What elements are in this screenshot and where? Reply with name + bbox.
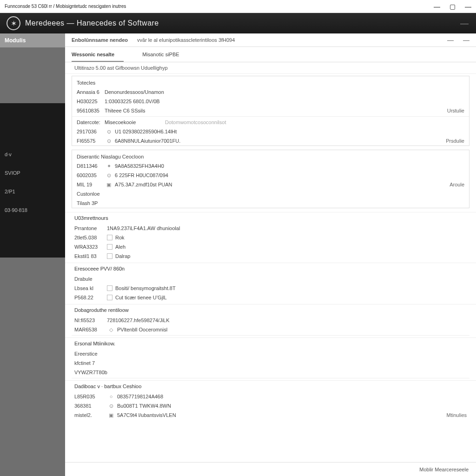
checkbox[interactable]: [107, 235, 112, 240]
action-urstulie[interactable]: Urstulie: [447, 108, 464, 113]
brand-logo: ✶: [7, 16, 20, 30]
panel-close-icon[interactable]: —: [463, 36, 469, 44]
table-row[interactable]: FI65575 ⊙ 6A8N8NULAiutunior7001FU. Prsdu…: [72, 136, 469, 145]
sidebar-item-modulis[interactable]: Modulis: [0, 33, 65, 47]
breadcrumb-item-1[interactable]: Enbolûnnsame nendeo: [72, 37, 128, 43]
table-row[interactable]: 368381 ⊙ Bu008T1 TWKW4.8WN: [65, 401, 476, 410]
diag-extra: Custonloe: [72, 189, 469, 198]
checkbox[interactable]: [107, 295, 112, 300]
totecles-subhead: Datercote: Misecoekooie Dotomwomotcosoco…: [72, 118, 469, 127]
checkbox[interactable]: [107, 253, 112, 259]
action-aroule[interactable]: Aroule: [450, 182, 464, 187]
ers-line: kfctinet 7: [65, 358, 476, 368]
sidebar-item-0390818[interactable]: 03·90·818: [0, 201, 65, 219]
star-icon: ✶: [11, 19, 17, 28]
diag-extra: Tilash 3P: [72, 198, 469, 208]
tab-misanotic[interactable]: Misanotic siPBE: [142, 47, 188, 62]
target-icon: ⊙: [105, 129, 113, 135]
table-row[interactable]: mistel2. ▣ 5A7C9t4 l/ubantsvisVLEN Mtinu…: [65, 410, 476, 420]
os-titlebar: Funnconsde 53 C60l rr / Mobisigntetudc n…: [0, 0, 476, 13]
main-panel: Enbolûnnsame nendeo vvăr le al elunipoti…: [65, 33, 476, 476]
table-row[interactable]: 2tlet5.038 Rok: [65, 233, 476, 242]
section-diagnostic: Diserantic Niaslagu Ceocloon D811346 ✦ 9…: [72, 150, 469, 208]
maximize-icon[interactable]: ▢: [450, 3, 456, 10]
table-row[interactable]: H030225 1:03003225 6801.0V/0B: [72, 97, 469, 106]
tabs: Wessonic nesalte Misanotic siPBE: [65, 47, 476, 62]
target-icon: ⊙: [105, 138, 113, 144]
ers-line: Ereerstice: [65, 349, 476, 358]
header-menu-icon[interactable]: —: [460, 19, 469, 28]
table-row[interactable]: 95610835 Thiteee C6 SSsils Urstulie: [72, 106, 469, 115]
breadcrumb: Enbolûnnsame nendeo vvăr le al elunipoti…: [65, 33, 476, 47]
content-scroll[interactable]: Totecles Annasia 6 Denonurdessoos/Unamon…: [65, 74, 476, 462]
square-icon: ▣: [105, 182, 113, 188]
app-header: ✶ Meredeees — Hanecedes of Software —: [0, 13, 476, 33]
action-mtinulies[interactable]: Mtinulies: [447, 412, 467, 418]
breadcrumb-item-2[interactable]: vvăr le al elunipotikasscleterintiloos 3…: [137, 37, 235, 43]
totecles-title: Totecles: [72, 76, 469, 87]
star-icon: ✦: [105, 163, 113, 169]
dadb-title: Dadiboac v · bartbux Ceshioo: [65, 380, 476, 392]
table-row[interactable]: L85R035 ○ 083577198124A468: [65, 392, 476, 401]
minimize-icon[interactable]: —: [434, 3, 440, 10]
action-prsdulie[interactable]: Prsdulie: [446, 138, 464, 144]
sidebar-item-sviop[interactable]: SVIOP: [0, 164, 65, 182]
close-icon[interactable]: —: [465, 3, 471, 10]
sidebar: Modulis d·v SVIOP 2/P1 03·90·818: [0, 33, 65, 476]
sidebar-item-2p1[interactable]: 2/P1: [0, 182, 65, 201]
table-row[interactable]: P568.22 Cut ticær tienee U’GjlL: [65, 293, 476, 302]
table-row[interactable]: Ekstil1 83 Dalrap: [65, 251, 476, 261]
eres-title: Eresoceee PVV/ 860n: [65, 263, 476, 274]
dobas-title: Dobagroduthe rentiloow: [65, 304, 476, 316]
totecles-header: Annasia 6 Denonurdessoos/Unamon: [72, 87, 469, 97]
window-title: Funnconsde 53 C60l rr / Mobisigntetudc n…: [5, 4, 126, 9]
table-row[interactable]: NI:fi5523 728106227.hfe598274/JiLK: [65, 316, 476, 325]
u0-header: Prrantone 1NA9.237iLF4A1.AW dhunioolal: [65, 224, 476, 233]
diamond-icon: ◇: [107, 327, 115, 333]
section-totecles: Totecles Annasia 6 Denonurdessoos/Unamon…: [72, 76, 469, 146]
panel-minimize-icon[interactable]: —: [447, 36, 454, 44]
checkbox[interactable]: [107, 285, 112, 291]
tab-wessonic[interactable]: Wessonic nesalte: [72, 47, 124, 62]
square-icon: ▣: [107, 412, 115, 418]
circle-icon: ○: [107, 394, 115, 399]
ers-line: VYWZR7T80b: [65, 368, 476, 377]
table-row[interactable]: MIL 19 ▣ A75.3A7.zmdf10st PUAN Aroule: [72, 180, 469, 189]
footer: Moblir Mearcereseele: [65, 462, 476, 476]
subheader: Ultitirazo 5.00 ast Gifboowsn Uduellighy…: [65, 62, 476, 74]
table-row[interactable]: 2917036 ⊙ U1 029380228590H6.14lHt: [72, 127, 469, 136]
target-icon: ⊙: [107, 403, 115, 409]
table-row[interactable]: Lbsea kl Bositi/ bensymograitsht.8T: [65, 284, 476, 293]
app-title: Meredeees — Hanecedes of Software: [25, 19, 159, 27]
u0-title: U03mrettnours: [65, 212, 476, 224]
table-row[interactable]: MAR6538 ◇ PVltenbll Ooceromnisl: [65, 325, 476, 334]
table-row[interactable]: D811346 ✦ 9A8A58325FH3A4H0: [72, 161, 469, 171]
eres-pre: Drabule: [65, 274, 476, 284]
table-row[interactable]: WRA3323 Aleh: [65, 242, 476, 251]
footer-text[interactable]: Moblir Mearcereseele: [419, 467, 469, 472]
table-row[interactable]: 6002035 ⊙ 6 225FR H0UC087/094: [72, 171, 469, 180]
sidebar-item-dv[interactable]: d·v: [0, 145, 65, 164]
ersenal-title: Ersonal Mtiinikow.: [65, 337, 476, 349]
clock-icon: ⊙: [105, 172, 113, 178]
checkbox[interactable]: [107, 244, 112, 250]
window-controls: — ▢ —: [434, 3, 471, 10]
diagnostic-title: Diserantic Niaslagu Ceocloon: [72, 150, 469, 161]
